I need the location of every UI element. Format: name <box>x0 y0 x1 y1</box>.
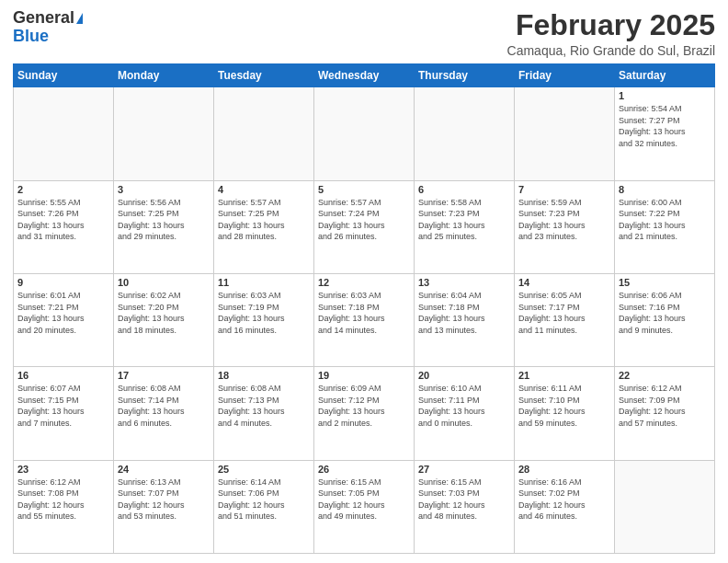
logo-line2: Blue <box>13 28 49 46</box>
day-info: Sunrise: 5:59 AMSunset: 7:23 PMDaylight:… <box>518 197 610 243</box>
day-cell: 16Sunrise: 6:07 AMSunset: 7:15 PMDayligh… <box>14 367 114 460</box>
day-number: 13 <box>418 277 510 288</box>
day-cell: 15Sunrise: 6:06 AMSunset: 7:16 PMDayligh… <box>615 273 715 366</box>
day-number: 23 <box>17 464 109 475</box>
day-info: Sunrise: 6:13 AMSunset: 7:07 PMDaylight:… <box>118 477 210 523</box>
day-info: Sunrise: 6:08 AMSunset: 7:13 PMDaylight:… <box>218 383 310 429</box>
day-cell: 8Sunrise: 6:00 AMSunset: 7:22 PMDaylight… <box>615 180 715 273</box>
day-info: Sunrise: 6:12 AMSunset: 7:09 PMDaylight:… <box>619 383 711 429</box>
week-row-2: 9Sunrise: 6:01 AMSunset: 7:21 PMDaylight… <box>14 273 715 366</box>
title-block: February 2025 Camaqua, Rio Grande do Sul… <box>507 9 715 58</box>
day-info: Sunrise: 6:00 AMSunset: 7:22 PMDaylight:… <box>619 197 711 243</box>
day-cell <box>415 87 515 180</box>
day-number: 28 <box>518 464 610 475</box>
day-info: Sunrise: 6:03 AMSunset: 7:18 PMDaylight:… <box>318 290 410 336</box>
month-title: February 2025 <box>507 9 715 41</box>
day-info: Sunrise: 6:10 AMSunset: 7:11 PMDaylight:… <box>418 383 510 429</box>
day-cell <box>314 87 415 180</box>
day-number: 21 <box>518 370 610 381</box>
logo: General Blue <box>13 9 83 46</box>
location-title: Camaqua, Rio Grande do Sul, Brazil <box>507 43 715 58</box>
day-number: 26 <box>318 464 410 475</box>
week-row-0: 1Sunrise: 5:54 AMSunset: 7:27 PMDaylight… <box>14 87 715 180</box>
day-number: 4 <box>218 184 310 195</box>
day-number: 11 <box>218 277 310 288</box>
day-info: Sunrise: 6:05 AMSunset: 7:17 PMDaylight:… <box>518 290 610 336</box>
header: General Blue February 2025 Camaqua, Rio … <box>13 9 715 58</box>
day-cell: 2Sunrise: 5:55 AMSunset: 7:26 PMDaylight… <box>14 180 114 273</box>
week-row-3: 16Sunrise: 6:07 AMSunset: 7:15 PMDayligh… <box>14 367 715 460</box>
day-cell: 14Sunrise: 6:05 AMSunset: 7:17 PMDayligh… <box>515 273 615 366</box>
day-cell <box>214 87 314 180</box>
logo-triangle-icon <box>76 13 83 24</box>
week-row-4: 23Sunrise: 6:12 AMSunset: 7:08 PMDayligh… <box>14 460 715 553</box>
day-info: Sunrise: 5:54 AMSunset: 7:27 PMDaylight:… <box>619 103 711 149</box>
day-cell: 7Sunrise: 5:59 AMSunset: 7:23 PMDaylight… <box>515 180 615 273</box>
day-cell: 25Sunrise: 6:14 AMSunset: 7:06 PMDayligh… <box>214 460 314 553</box>
day-number: 3 <box>118 184 210 195</box>
day-cell: 28Sunrise: 6:16 AMSunset: 7:02 PMDayligh… <box>515 460 615 553</box>
logo-line1: General <box>13 9 83 28</box>
day-number: 20 <box>418 370 510 381</box>
day-cell <box>515 87 615 180</box>
day-info: Sunrise: 6:02 AMSunset: 7:20 PMDaylight:… <box>118 290 210 336</box>
logo-general: General <box>13 8 74 27</box>
day-cell <box>14 87 114 180</box>
day-cell: 27Sunrise: 6:15 AMSunset: 7:03 PMDayligh… <box>415 460 515 553</box>
day-cell: 21Sunrise: 6:11 AMSunset: 7:10 PMDayligh… <box>515 367 615 460</box>
day-number: 9 <box>17 277 109 288</box>
day-cell: 18Sunrise: 6:08 AMSunset: 7:13 PMDayligh… <box>214 367 314 460</box>
day-info: Sunrise: 5:56 AMSunset: 7:25 PMDaylight:… <box>118 197 210 243</box>
day-cell: 11Sunrise: 6:03 AMSunset: 7:19 PMDayligh… <box>214 273 314 366</box>
weekday-monday: Monday <box>114 64 214 87</box>
day-info: Sunrise: 6:04 AMSunset: 7:18 PMDaylight:… <box>418 290 510 336</box>
day-number: 17 <box>118 370 210 381</box>
day-number: 1 <box>619 90 711 101</box>
day-cell: 13Sunrise: 6:04 AMSunset: 7:18 PMDayligh… <box>415 273 515 366</box>
weekday-sunday: Sunday <box>14 64 114 87</box>
page: General Blue February 2025 Camaqua, Rio … <box>0 0 728 563</box>
day-cell: 24Sunrise: 6:13 AMSunset: 7:07 PMDayligh… <box>114 460 214 553</box>
day-cell <box>114 87 214 180</box>
weekday-friday: Friday <box>515 64 615 87</box>
day-number: 2 <box>17 184 109 195</box>
day-info: Sunrise: 6:15 AMSunset: 7:03 PMDaylight:… <box>418 477 510 523</box>
day-cell: 4Sunrise: 5:57 AMSunset: 7:25 PMDaylight… <box>214 180 314 273</box>
day-number: 7 <box>518 184 610 195</box>
week-row-1: 2Sunrise: 5:55 AMSunset: 7:26 PMDaylight… <box>14 180 715 273</box>
day-info: Sunrise: 6:03 AMSunset: 7:19 PMDaylight:… <box>218 290 310 336</box>
day-info: Sunrise: 6:15 AMSunset: 7:05 PMDaylight:… <box>318 477 410 523</box>
day-info: Sunrise: 5:58 AMSunset: 7:23 PMDaylight:… <box>418 197 510 243</box>
day-cell: 17Sunrise: 6:08 AMSunset: 7:14 PMDayligh… <box>114 367 214 460</box>
day-number: 6 <box>418 184 510 195</box>
day-info: Sunrise: 6:01 AMSunset: 7:21 PMDaylight:… <box>17 290 109 336</box>
weekday-header-row: SundayMondayTuesdayWednesdayThursdayFrid… <box>14 64 715 87</box>
day-cell: 5Sunrise: 5:57 AMSunset: 7:24 PMDaylight… <box>314 180 415 273</box>
weekday-saturday: Saturday <box>615 64 715 87</box>
day-info: Sunrise: 6:11 AMSunset: 7:10 PMDaylight:… <box>518 383 610 429</box>
day-number: 27 <box>418 464 510 475</box>
day-number: 10 <box>118 277 210 288</box>
day-info: Sunrise: 6:14 AMSunset: 7:06 PMDaylight:… <box>218 477 310 523</box>
calendar-table: SundayMondayTuesdayWednesdayThursdayFrid… <box>13 63 715 554</box>
day-number: 24 <box>118 464 210 475</box>
day-cell: 1Sunrise: 5:54 AMSunset: 7:27 PMDaylight… <box>615 87 715 180</box>
day-number: 14 <box>518 277 610 288</box>
day-cell: 10Sunrise: 6:02 AMSunset: 7:20 PMDayligh… <box>114 273 214 366</box>
day-cell: 20Sunrise: 6:10 AMSunset: 7:11 PMDayligh… <box>415 367 515 460</box>
day-cell: 9Sunrise: 6:01 AMSunset: 7:21 PMDaylight… <box>14 273 114 366</box>
day-number: 18 <box>218 370 310 381</box>
day-info: Sunrise: 6:06 AMSunset: 7:16 PMDaylight:… <box>619 290 711 336</box>
day-number: 22 <box>619 370 711 381</box>
day-info: Sunrise: 5:57 AMSunset: 7:25 PMDaylight:… <box>218 197 310 243</box>
day-info: Sunrise: 6:16 AMSunset: 7:02 PMDaylight:… <box>518 477 610 523</box>
day-cell: 6Sunrise: 5:58 AMSunset: 7:23 PMDaylight… <box>415 180 515 273</box>
day-number: 19 <box>318 370 410 381</box>
weekday-thursday: Thursday <box>415 64 515 87</box>
day-cell: 12Sunrise: 6:03 AMSunset: 7:18 PMDayligh… <box>314 273 415 366</box>
day-number: 12 <box>318 277 410 288</box>
day-cell: 23Sunrise: 6:12 AMSunset: 7:08 PMDayligh… <box>14 460 114 553</box>
day-info: Sunrise: 6:09 AMSunset: 7:12 PMDaylight:… <box>318 383 410 429</box>
day-info: Sunrise: 5:55 AMSunset: 7:26 PMDaylight:… <box>17 197 109 243</box>
day-info: Sunrise: 6:08 AMSunset: 7:14 PMDaylight:… <box>118 383 210 429</box>
